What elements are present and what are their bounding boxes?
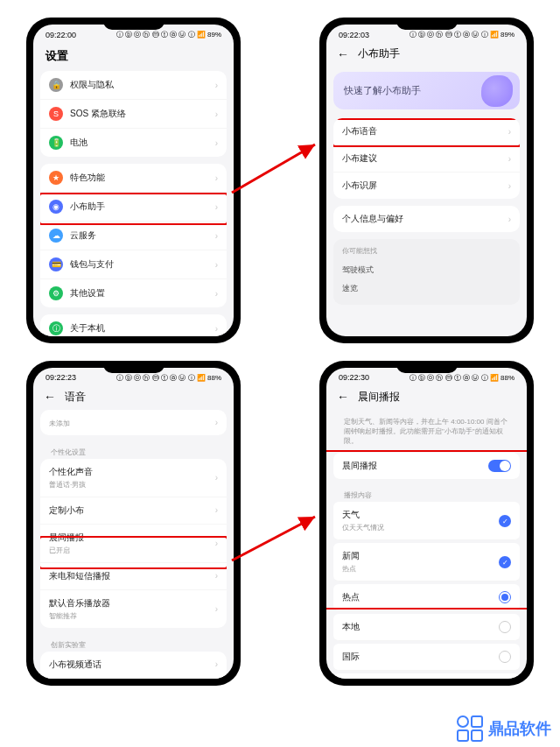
option-row[interactable]: 热点 <box>333 584 520 611</box>
suggestions: 你可能想找 驾驶模式速览 <box>333 239 520 305</box>
radio-icon[interactable] <box>499 651 511 663</box>
suggest-item[interactable]: 速览 <box>342 279 511 298</box>
list-item[interactable]: ⓘ关于本机› <box>40 314 227 336</box>
chevron-icon: › <box>508 215 511 224</box>
chevron-icon: › <box>215 138 218 148</box>
chevron-icon: › <box>215 539 218 548</box>
item-icon: 🔋 <box>49 136 63 150</box>
option-row[interactable]: 新闻热点 <box>333 543 520 581</box>
list-item[interactable]: 小布语音› <box>333 118 520 145</box>
list-item[interactable]: ★特色功能› <box>40 164 227 193</box>
section-header: 播报内容 <box>333 485 520 502</box>
banner[interactable]: 快速了解小布助手 <box>333 72 520 109</box>
section-header: 创新实验室 <box>40 635 227 652</box>
phone-voice: 09:22:23ⓘ ⓑ ⓞ ⓗ ⓜ ⓣ ⓐ ⓤ ⓘ 📶 88% ←语音 未添加›… <box>26 361 241 687</box>
chevron-icon: › <box>508 181 511 191</box>
page-title: 设置 <box>33 41 234 71</box>
toggle-switch[interactable] <box>488 460 511 472</box>
chevron-icon: › <box>215 473 218 483</box>
chevron-icon: › <box>215 505 218 515</box>
chevron-icon: › <box>215 289 218 299</box>
toggle-row[interactable]: 晨间播报 <box>333 453 520 480</box>
check-icon[interactable] <box>499 556 511 568</box>
notch <box>103 18 164 30</box>
suggest-item[interactable]: 驾驶模式 <box>342 261 511 279</box>
list-item[interactable]: 个性化声音普通话·男孩› <box>40 459 227 497</box>
chevron-icon: › <box>215 202 218 212</box>
chevron-icon: › <box>215 324 218 334</box>
list-item[interactable]: ☁云服务› <box>40 222 227 250</box>
phone-settings: 09:22:00ⓘ ⓑ ⓞ ⓗ ⓜ ⓣ ⓐ ⓤ ⓘ 📶 89% 设置 🔒权限与隐… <box>26 18 241 343</box>
list-item[interactable]: 未添加› <box>40 410 227 435</box>
check-icon[interactable] <box>499 515 511 527</box>
list-item[interactable]: 🔒权限与隐私› <box>40 71 227 100</box>
item-icon: ◉ <box>49 200 63 214</box>
header: ←小布助手 <box>326 41 527 67</box>
item-icon: ★ <box>49 171 63 185</box>
list-item[interactable]: 小布视频通话› <box>40 652 227 679</box>
back-icon[interactable]: ← <box>44 390 56 404</box>
list-item[interactable]: ⚙其他设置› <box>40 279 227 307</box>
list-item[interactable]: 小布有童心已关闭› <box>40 679 227 680</box>
option-row[interactable]: 国际 <box>333 644 520 671</box>
list-item[interactable]: 默认音乐播放器智能推荐› <box>40 590 227 628</box>
header: ←语音 <box>33 384 234 410</box>
back-icon[interactable]: ← <box>337 47 349 61</box>
chevron-icon: › <box>215 260 218 270</box>
list-item[interactable]: 个人信息与偏好› <box>333 206 520 232</box>
header: ←晨间播报 <box>326 384 527 410</box>
list-item[interactable]: 小布建议› <box>333 145 520 173</box>
back-icon[interactable]: ← <box>337 390 349 404</box>
item-icon: S <box>49 107 63 121</box>
item-icon: ⓘ <box>49 321 63 335</box>
list-item[interactable]: 定制小布› <box>40 497 227 525</box>
item-icon: ⚙ <box>49 286 63 300</box>
list-item[interactable]: 来电和短信播报› <box>40 563 227 590</box>
notch <box>103 361 164 373</box>
list-item[interactable]: 小布识屏› <box>333 173 520 199</box>
list-item[interactable]: 🔋电池› <box>40 129 227 157</box>
list-item[interactable]: ◉小布助手› <box>40 193 227 222</box>
notch <box>396 361 458 373</box>
section-header: 个性化设置 <box>40 442 227 459</box>
chevron-icon: › <box>215 659 218 669</box>
radio-icon[interactable] <box>499 591 511 603</box>
item-icon: 💳 <box>49 257 63 271</box>
item-icon: 🔒 <box>49 78 63 92</box>
chevron-icon: › <box>215 109 218 119</box>
list-item[interactable]: 晨间播报已开启› <box>40 525 227 563</box>
chevron-icon: › <box>508 127 511 137</box>
option-row[interactable]: 本地 <box>333 614 520 641</box>
description: 定制天气、新闻等内容，并在上午 4:00-10:00 间首个闹钟响起时播报。此功… <box>333 410 520 454</box>
notch <box>396 18 458 30</box>
option-row[interactable]: 天气仅天天气情况 <box>333 502 520 540</box>
chevron-icon: › <box>215 81 218 90</box>
phone-assistant: 09:22:03ⓘ ⓑ ⓞ ⓗ ⓜ ⓣ ⓐ ⓤ ⓘ 📶 89% ←小布助手 快速… <box>319 18 534 343</box>
chevron-icon: › <box>215 604 218 614</box>
chevron-icon: › <box>215 231 218 241</box>
list-item[interactable]: SSOS 紧急联络› <box>40 100 227 129</box>
item-icon: ☁ <box>49 229 63 243</box>
chevron-icon: › <box>215 571 218 581</box>
radio-icon[interactable] <box>499 621 511 633</box>
chevron-icon: › <box>508 154 511 164</box>
phone-morning: 09:22:30ⓘ ⓑ ⓞ ⓗ ⓜ ⓣ ⓐ ⓤ ⓘ 📶 88% ←晨间播报 定制… <box>319 361 534 687</box>
option-row[interactable]: 国内 <box>333 673 520 679</box>
list-item[interactable]: 💳钱包与支付› <box>40 250 227 279</box>
watermark: 鼎品软件 <box>457 715 551 742</box>
chevron-icon: › <box>215 173 218 183</box>
